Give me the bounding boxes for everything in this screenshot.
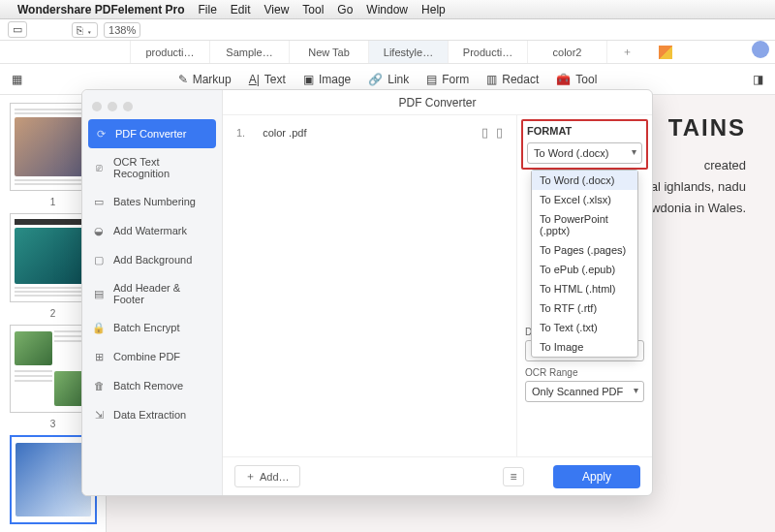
lock-icon: 🔒 [92,321,106,334]
min-dot-icon[interactable] [108,102,117,111]
sidebar-item-pdf-converter[interactable]: ⟳PDF Converter [88,119,216,148]
tab-5[interactable]: color2 [528,41,607,63]
format-option-epub[interactable]: To ePub (.epub) [532,260,637,279]
app-name[interactable]: Wondershare PDFelement Pro [17,3,185,16]
page-select-icon[interactable]: ▯ [481,125,488,140]
format-option-image[interactable]: To Image [532,337,637,357]
thumb-2-label: 2 [50,308,56,319]
app-grid-icon[interactable] [646,41,685,63]
grid-view-icon[interactable]: ▦ [12,73,22,86]
sidebar-item-background[interactable]: ▢Add Background [82,245,222,274]
format-highlight-box: FORMAT To Word (.docx) To Word (.docx) T… [521,119,648,170]
thumb-1-label: 1 [50,197,56,207]
redact-icon: ▥ [486,73,497,86]
toolbox-icon: 🧰 [556,73,571,86]
hf-icon: ▤ [92,287,106,300]
page-fit-dropdown[interactable]: ⎘ ▾ [72,22,98,38]
document-tabs: producti… Sample… New Tab Lifestyle… Pro… [0,41,775,64]
tab-3[interactable]: Lifestyle… [369,41,449,63]
menu-tool[interactable]: Tool [302,3,324,16]
sidebar-item-bates[interactable]: ▭Bates Numbering [82,187,222,216]
form-tool[interactable]: ▤Form [426,73,469,86]
panel-toggle-icon[interactable]: ◨ [753,73,763,86]
format-option-word[interactable]: To Word (.docx) [532,171,637,190]
format-option-text[interactable]: To Text (.txt) [532,318,637,337]
file-row[interactable]: 1. color .pdf ▯ ▯ [236,125,503,140]
tab-2[interactable]: New Tab [290,41,369,63]
window-controls [82,98,222,119]
user-avatar-icon[interactable] [752,41,769,58]
pdf-converter-modal: ⟳PDF Converter ⎚OCR Text Recognition ▭Ba… [81,89,653,496]
file-num: 1. [236,127,245,139]
link-tool[interactable]: 🔗Link [368,73,409,86]
menu-edit[interactable]: Edit [231,3,251,16]
modal-main: PDF Converter 1. color .pdf ▯ ▯ FORMAT T… [223,90,652,495]
sidebar-item-combine[interactable]: ⊞Combine PDF [82,342,222,371]
tool-menu[interactable]: 🧰Tool [556,73,597,86]
ocr-range-label: OCR Range [525,367,644,378]
tab-4[interactable]: Producti… [449,41,528,63]
format-option-rtf[interactable]: To RTF (.rtf) [532,298,637,318]
bg-icon: ▢ [92,253,106,266]
format-option-pages[interactable]: To Pages (.pages) [532,240,637,260]
zoom-level[interactable]: 138% [104,22,140,38]
extract-icon: ⇲ [92,408,106,422]
menu-go[interactable]: Go [337,3,353,16]
refresh-icon: ⟳ [94,127,108,141]
max-dot-icon[interactable] [123,102,133,111]
tab-1[interactable]: Sample… [210,41,290,63]
sidebar-item-batch-remove[interactable]: 🗑Batch Remove [82,371,222,400]
image-tool[interactable]: ▣Image [303,73,351,86]
pen-icon: ✎ [178,73,188,86]
format-option-ppt[interactable]: To PowerPoint (.pptx) [532,209,637,240]
link-icon: 🔗 [368,73,383,86]
sidebar-item-watermark[interactable]: ◒Add Watermark [82,216,222,245]
top-toolbar: ▭ ⎘ ▾ 138% [0,19,775,41]
format-option-excel[interactable]: To Excel (.xlsx) [532,190,637,209]
format-dropdown: To Word (.docx) To Excel (.xlsx) To Powe… [531,170,638,358]
file-list: 1. color .pdf ▯ ▯ [223,115,516,456]
redact-tool[interactable]: ▥Redact [486,73,539,86]
menu-view[interactable]: View [264,3,290,16]
list-options-icon[interactable]: ≡ [503,467,524,486]
format-option-html[interactable]: To HTML (.html) [532,279,637,298]
modal-sidebar: ⟳PDF Converter ⎚OCR Text Recognition ▭Ba… [82,90,223,495]
menu-help[interactable]: Help [421,3,446,16]
ocr-range-select[interactable]: Only Scanned PDF [525,381,644,402]
format-header: FORMAT [527,125,642,137]
remove-file-icon[interactable]: ▯ [496,125,503,140]
water-icon: ◒ [92,224,106,237]
tab-0[interactable]: producti… [131,41,210,63]
sidebar-item-ocr[interactable]: ⎚OCR Text Recognition [82,148,222,187]
thumbnail-toggle-icon[interactable]: ▭ [8,21,27,38]
format-select[interactable]: To Word (.docx) [527,142,642,164]
close-dot-icon[interactable] [92,102,102,111]
sidebar-item-header-footer[interactable]: ▤Add Header & Footer [82,274,222,313]
modal-footer: ＋Add… ≡ Apply [223,456,652,495]
combine-icon: ⊞ [92,350,106,363]
plus-icon: ＋ [245,469,256,484]
file-name: color .pdf [263,127,306,139]
bates-icon: ▭ [92,195,106,208]
sidebar-item-data-extraction[interactable]: ⇲Data Extraction [82,400,222,429]
new-tab-button[interactable]: ＋ [607,41,646,63]
ocr-icon: ⎚ [92,161,106,174]
menu-window[interactable]: Window [366,3,408,16]
apply-button[interactable]: Apply [553,465,640,488]
thumb-3-label: 3 [50,419,56,429]
text-icon: A| [249,73,260,86]
format-panel: FORMAT To Word (.docx) To Word (.docx) T… [516,115,652,456]
remove-icon: 🗑 [92,379,106,392]
macos-menubar: Wondershare PDFelement Pro File Edit Vie… [0,0,775,19]
modal-title: PDF Converter [223,90,652,115]
markup-tool[interactable]: ✎Markup [178,73,232,86]
form-icon: ▤ [426,73,437,86]
menu-file[interactable]: File [199,3,217,16]
text-tool[interactable]: A|Text [249,73,286,86]
sidebar-item-batch-encrypt[interactable]: 🔒Batch Encrypt [82,313,222,342]
image-icon: ▣ [303,73,314,86]
add-file-button[interactable]: ＋Add… [234,465,300,487]
